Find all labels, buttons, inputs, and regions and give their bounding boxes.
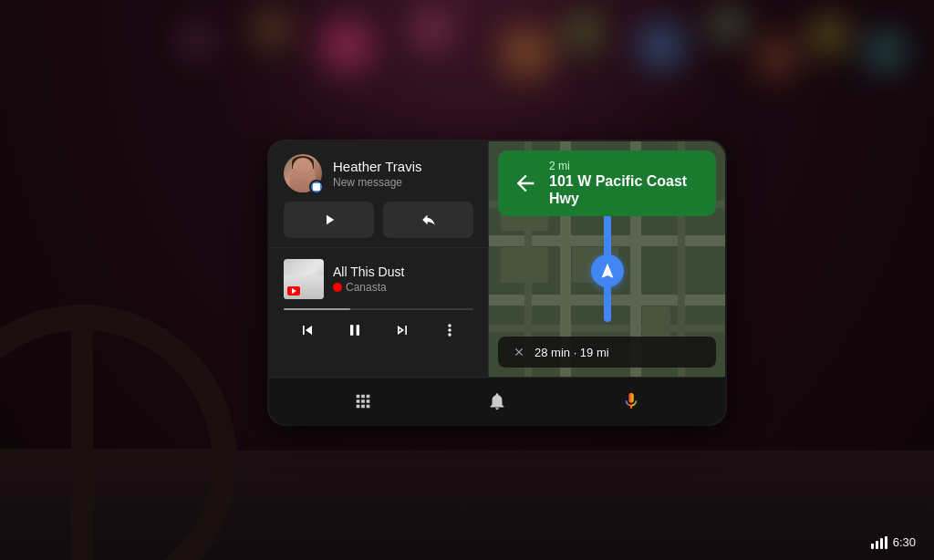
signal-bar-1 <box>871 544 874 549</box>
youtube-badge <box>287 286 300 296</box>
notifications-button[interactable] <box>480 384 514 419</box>
contact-info: Heather Travis New message <box>333 159 473 189</box>
signal-bar-2 <box>876 541 878 549</box>
android-auto-screen: Heather Travis New message <box>269 141 725 424</box>
message-actions <box>284 202 473 238</box>
map-block-1 <box>501 247 548 283</box>
current-position <box>591 254 624 287</box>
contact-avatar-wrapper <box>284 154 322 192</box>
nav-text: 2 mi 101 W Pacific Coast Hwy <box>549 160 703 207</box>
apps-button[interactable] <box>346 384 380 419</box>
pause-button[interactable] <box>342 317 368 343</box>
message-badge-icon <box>313 183 320 191</box>
play-message-button[interactable] <box>284 202 374 238</box>
contact-name: Heather Travis <box>333 159 473 175</box>
signal-icon <box>871 536 887 549</box>
next-track-button[interactable] <box>389 317 415 343</box>
screen-content: Heather Travis New message <box>269 141 725 377</box>
nav-distance: 2 mi <box>549 160 703 172</box>
music-controls <box>284 317 473 343</box>
artist-name: Canasta <box>346 281 387 294</box>
contact-row: Heather Travis New message <box>284 154 473 192</box>
eta-bar: 28 min · 19 mi <box>498 337 716 368</box>
bottom-bar <box>269 377 725 424</box>
eta-text: 28 min · 19 mi <box>534 346 609 359</box>
signal-bar-3 <box>880 538 883 549</box>
reply-message-button[interactable] <box>383 202 473 238</box>
track-artist: Canasta <box>333 281 473 294</box>
progress-fill <box>284 308 350 310</box>
nav-street: 101 W Pacific Coast Hwy <box>549 172 703 207</box>
clock: 6:30 <box>893 535 916 549</box>
track-info: All This Dust Canasta <box>333 264 473 294</box>
yt-play-icon <box>292 288 296 294</box>
left-panel: Heather Travis New message <box>269 141 488 377</box>
album-art <box>284 259 324 299</box>
message-card: Heather Travis New message <box>269 141 488 248</box>
map-panel: 2 mi 101 W Pacific Coast Hwy 28 min · 19… <box>489 141 725 377</box>
close-nav-icon[interactable] <box>511 344 527 360</box>
microphone-button[interactable] <box>614 384 649 419</box>
contact-subtitle: New message <box>333 176 473 189</box>
prev-track-button[interactable] <box>295 317 320 343</box>
signal-bar-4 <box>885 536 887 549</box>
track-title: All This Dust <box>333 264 473 280</box>
message-badge <box>309 180 324 194</box>
navigation-header: 2 mi 101 W Pacific Coast Hwy <box>498 150 716 216</box>
turn-arrow-icon <box>511 169 540 198</box>
status-bar: 6:30 <box>871 535 916 549</box>
track-row: All This Dust Canasta <box>284 259 473 299</box>
music-card: All This Dust Canasta <box>269 248 488 377</box>
more-options-button[interactable] <box>437 317 462 343</box>
yt-music-dot <box>333 283 342 292</box>
position-circle <box>591 254 624 287</box>
progress-bar <box>284 308 473 310</box>
